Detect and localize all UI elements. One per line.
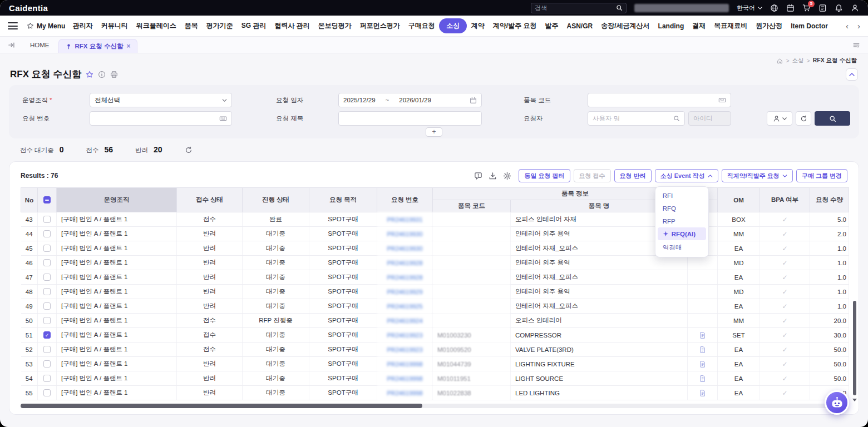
row-request-no-link[interactable]: PR24619930 bbox=[377, 241, 433, 256]
col-org[interactable]: 운영조직 bbox=[57, 188, 177, 212]
row-request-no-link[interactable]: PR24619925 bbox=[377, 299, 433, 314]
row-checkbox[interactable] bbox=[43, 375, 51, 382]
filter-reset-button[interactable] bbox=[796, 111, 811, 126]
row-checkbox[interactable] bbox=[43, 230, 51, 237]
dropdown-item-RFQ[interactable]: RFQ bbox=[658, 202, 706, 215]
col-request-purpose[interactable]: 요청 목적 bbox=[309, 188, 377, 212]
menu-item-구매요청[interactable]: 구매요청 bbox=[404, 18, 439, 33]
row-checkbox[interactable] bbox=[43, 389, 51, 396]
menu-scroll-left-icon[interactable]: ‹ bbox=[846, 22, 849, 30]
table-row[interactable]: 46 [구매] 법인 A / 플랜트 1 반려 대기중 SPOT구매 PR246… bbox=[21, 256, 849, 270]
table-row[interactable]: 53 [구매] 법인 A / 플랜트 1 반려 대기중 SPOT구매 PR246… bbox=[21, 357, 849, 371]
table-row[interactable]: 48 [구매] 법인 A / 플랜트 1 반려 대기중 SPOT구매 PR246… bbox=[21, 285, 849, 299]
bell-icon[interactable] bbox=[835, 4, 843, 12]
menu-item-my-menu[interactable]: My Menu bbox=[27, 22, 68, 30]
menu-item-워크플레이스[interactable]: 워크플레이스 bbox=[132, 18, 180, 33]
user-filter-button[interactable] bbox=[767, 111, 792, 126]
global-search-input[interactable] bbox=[535, 4, 613, 11]
menu-item-Item Doctor[interactable]: Item Doctor bbox=[787, 19, 832, 33]
col-request-no[interactable]: 요청 번호 bbox=[377, 188, 433, 212]
direct-contract-order-button[interactable]: 직계약/직발주 요청 bbox=[722, 169, 793, 182]
menu-item-ASN/GR[interactable]: ASN/GR bbox=[563, 19, 597, 33]
gear-icon[interactable] bbox=[503, 172, 511, 180]
search-icon[interactable] bbox=[673, 115, 680, 122]
col-bpa[interactable]: BPA 여부 bbox=[760, 188, 810, 212]
same-request-filter-button[interactable]: 동일 요청 필터 bbox=[519, 169, 570, 182]
expand-filter-button[interactable]: + bbox=[426, 127, 442, 137]
row-select-cell[interactable] bbox=[38, 314, 57, 328]
row-checkbox[interactable] bbox=[43, 288, 51, 295]
print-icon[interactable] bbox=[110, 71, 118, 78]
item-code-field[interactable] bbox=[588, 93, 731, 107]
menu-scroll-right-icon[interactable]: › bbox=[857, 22, 860, 30]
row-request-no-link[interactable]: PR24619930 bbox=[377, 227, 433, 241]
feedback-icon[interactable] bbox=[474, 172, 482, 180]
menu-item-결재[interactable]: 결재 bbox=[688, 18, 710, 33]
menu-item-온보딩평가[interactable]: 온보딩평가 bbox=[314, 18, 356, 33]
menu-item-Landing[interactable]: Landing bbox=[654, 19, 688, 33]
row-checkbox[interactable] bbox=[43, 216, 51, 223]
row-checkbox[interactable] bbox=[43, 245, 51, 252]
vertical-scrollbar-thumb[interactable] bbox=[853, 301, 856, 395]
breadcrumb-sourcing[interactable]: 소싱 bbox=[792, 57, 804, 64]
row-request-no-link[interactable]: PR24619929 bbox=[377, 285, 433, 299]
row-select-cell[interactable] bbox=[38, 299, 57, 314]
collapse-page-button[interactable] bbox=[846, 68, 858, 81]
menu-item-발주[interactable]: 발주 bbox=[541, 18, 563, 33]
favorite-star-icon[interactable] bbox=[86, 71, 93, 78]
row-request-no-link[interactable]: PR24619923 bbox=[377, 328, 433, 342]
menu-item-협력사 관리[interactable]: 협력사 관리 bbox=[270, 18, 314, 33]
row-request-no-link[interactable]: PR24619928 bbox=[377, 256, 433, 270]
menu-item-관리자[interactable]: 관리자 bbox=[68, 18, 97, 33]
menu-item-평가기준[interactable]: 평가기준 bbox=[202, 18, 237, 33]
requester-name-input[interactable] bbox=[593, 115, 670, 122]
item-doc-icon[interactable] bbox=[699, 331, 706, 339]
horizontal-scrollbar[interactable] bbox=[21, 404, 849, 408]
dropdown-item-역경매[interactable]: 역경매 bbox=[658, 240, 706, 255]
table-row[interactable]: 54 [구매] 법인 A / 플랜트 1 반려 대기중 SPOT구매 PR246… bbox=[21, 371, 849, 386]
row-request-no-link[interactable]: PR24619931 bbox=[377, 212, 433, 227]
table-row[interactable]: 51 [구매] 법인 A / 플랜트 1 접수 대기중 SPOT구매 PR246… bbox=[21, 328, 849, 342]
col-progress-status[interactable]: 진행 상태 bbox=[243, 188, 309, 212]
row-select-cell[interactable] bbox=[38, 342, 57, 357]
menu-item-품목[interactable]: 품목 bbox=[180, 18, 202, 33]
dropdown-item-RFP[interactable]: RFP bbox=[658, 215, 706, 227]
item-doc-icon[interactable] bbox=[699, 375, 706, 383]
row-request-no-link[interactable]: PR24619923 bbox=[377, 342, 433, 357]
col-qty[interactable]: 요청 수량 bbox=[810, 188, 849, 212]
change-purchase-group-button[interactable]: 구매 그룹 변경 bbox=[796, 169, 847, 182]
menu-item-퍼포먼스평가[interactable]: 퍼포먼스평가 bbox=[356, 18, 404, 33]
row-select-cell[interactable] bbox=[38, 270, 57, 285]
calendar-icon[interactable] bbox=[786, 4, 795, 12]
org-select[interactable]: 전체선택 bbox=[90, 93, 232, 107]
scroll-down-arrow-icon[interactable] bbox=[852, 399, 857, 401]
keyboard-icon[interactable] bbox=[219, 115, 227, 122]
row-checkbox[interactable] bbox=[43, 360, 51, 368]
info-icon[interactable] bbox=[98, 71, 106, 78]
menu-item-계약[interactable]: 계약 bbox=[467, 18, 489, 33]
cart-icon[interactable]: 5 bbox=[802, 4, 811, 12]
menu-item-커뮤니티[interactable]: 커뮤니티 bbox=[97, 18, 132, 33]
menu-item-목표재료비[interactable]: 목표재료비 bbox=[710, 18, 752, 33]
menu-item-송장/세금계산서[interactable]: 송장/세금계산서 bbox=[597, 18, 654, 33]
globe-icon[interactable] bbox=[770, 4, 778, 12]
row-select-cell[interactable] bbox=[38, 285, 57, 299]
select-all-checkbox[interactable] bbox=[43, 196, 51, 203]
table-row[interactable]: 55 [구매] 법인 A / 플랜트 1 반려 대기중 SPOT구매 PR246… bbox=[21, 386, 849, 400]
row-checkbox[interactable] bbox=[43, 346, 51, 353]
tab-list-icon[interactable] bbox=[852, 37, 860, 53]
row-select-cell[interactable] bbox=[38, 357, 57, 371]
download-icon[interactable] bbox=[489, 172, 497, 180]
request-title-input[interactable] bbox=[343, 115, 477, 122]
tab-rfx-inbox[interactable]: RFX 요청 수신함 × bbox=[58, 39, 138, 53]
date-to[interactable]: 2026/01/29 bbox=[399, 97, 431, 103]
row-checkbox[interactable] bbox=[43, 302, 51, 310]
row-request-no-link[interactable]: PR24619928 bbox=[377, 270, 433, 285]
receive-request-button[interactable]: 요청 접수 bbox=[574, 169, 611, 182]
requester-name-field[interactable] bbox=[588, 111, 685, 126]
row-select-cell[interactable] bbox=[38, 371, 57, 386]
col-receipt-status[interactable]: 접수 상태 bbox=[177, 188, 243, 212]
create-sourcing-event-button[interactable]: 소싱 Event 작성 bbox=[655, 169, 718, 182]
tab-collapse-icon[interactable] bbox=[8, 37, 21, 53]
row-request-no-link[interactable]: PR24619924 bbox=[377, 314, 433, 328]
